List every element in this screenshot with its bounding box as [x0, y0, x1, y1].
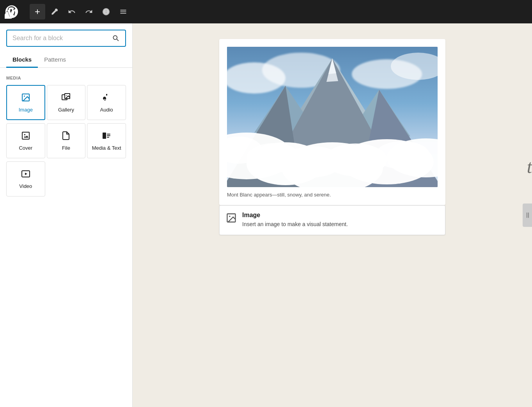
block-item-media-text[interactable]: Media & Text [87, 123, 126, 158]
svg-rect-13 [103, 133, 106, 139]
tab-patterns[interactable]: Patterns [38, 51, 72, 67]
svg-rect-11 [22, 132, 29, 139]
tooltip-title: Image [242, 212, 348, 219]
svg-rect-14 [107, 134, 110, 134]
audio-block-label: Audio [100, 107, 113, 113]
svg-rect-16 [107, 137, 109, 138]
tools-button[interactable] [47, 4, 62, 19]
tab-blocks[interactable]: Blocks [6, 51, 38, 67]
svg-point-6 [24, 96, 25, 97]
block-grid-row2: Cover File [6, 123, 126, 158]
post-card: Mont Blanc appears—still, snowy, and ser… [219, 39, 445, 205]
media-text-block-icon [102, 131, 111, 142]
editor-area: Mont Blanc appears—still, snowy, and ser… [133, 23, 532, 407]
search-icon-button[interactable] [112, 34, 120, 42]
post-image-wrap [219, 39, 445, 187]
svg-text:W: W [9, 9, 15, 16]
svg-rect-48 [527, 212, 527, 218]
options-button[interactable] [115, 4, 131, 19]
block-tooltip: Image Insert an image to make a visual s… [219, 205, 445, 235]
video-block-icon [21, 169, 30, 180]
cover-block-icon [21, 131, 30, 142]
search-input[interactable] [12, 35, 109, 42]
svg-point-10 [66, 95, 67, 96]
resize-handle[interactable] [523, 204, 532, 227]
block-item-file[interactable]: File [47, 123, 86, 158]
svg-marker-18 [25, 173, 27, 175]
audio-block-icon [102, 93, 111, 104]
block-grid-row1: Image Gallery [6, 85, 126, 120]
details-button[interactable] [98, 4, 114, 19]
sidebar-panel: Blocks Patterns MEDIA [0, 23, 133, 407]
main-content: Blocks Patterns MEDIA [0, 23, 532, 407]
svg-point-43 [375, 141, 430, 169]
search-area [0, 23, 132, 51]
block-item-audio[interactable]: Audio [87, 85, 126, 120]
svg-rect-12 [24, 134, 25, 135]
image-block-icon [21, 93, 30, 104]
svg-rect-8 [65, 94, 70, 99]
redo-button[interactable] [81, 4, 97, 19]
gallery-block-icon [61, 93, 71, 104]
svg-point-47 [229, 216, 231, 217]
section-label-media: MEDIA [6, 76, 126, 80]
block-item-video[interactable]: Video [6, 161, 45, 196]
tooltip-content: Image Insert an image to make a visual s… [242, 212, 348, 228]
cover-block-label: Cover [19, 145, 32, 151]
svg-rect-49 [528, 212, 529, 218]
block-item-gallery[interactable]: Gallery [47, 85, 86, 120]
tabs-bar: Blocks Patterns [0, 51, 132, 68]
search-icon [112, 34, 120, 42]
image-block-label: Image [19, 107, 33, 113]
file-block-label: File [62, 145, 70, 151]
blocks-container: MEDIA Image [0, 68, 132, 407]
overflow-text-indicator: t [527, 156, 532, 177]
toolbar: W + [0, 0, 532, 23]
post-caption: Mont Blanc appears—still, snowy, and ser… [219, 187, 445, 205]
block-item-cover[interactable]: Cover [6, 123, 45, 158]
add-block-button[interactable]: + [30, 4, 45, 19]
video-block-label: Video [19, 183, 32, 189]
file-block-icon [61, 131, 71, 142]
undo-button[interactable] [64, 4, 80, 19]
block-item-image[interactable]: Image [6, 85, 45, 120]
block-grid-row3: Video [6, 161, 126, 196]
svg-rect-15 [107, 135, 110, 136]
tooltip-description: Insert an image to make a visual stateme… [242, 220, 348, 228]
wp-logo[interactable]: W [0, 0, 23, 23]
search-box [6, 30, 126, 47]
tooltip-image-icon [226, 212, 237, 226]
toolbar-actions: + [23, 4, 137, 19]
media-text-block-label: Media & Text [92, 145, 121, 151]
post-image [227, 47, 438, 187]
gallery-block-label: Gallery [58, 107, 74, 113]
